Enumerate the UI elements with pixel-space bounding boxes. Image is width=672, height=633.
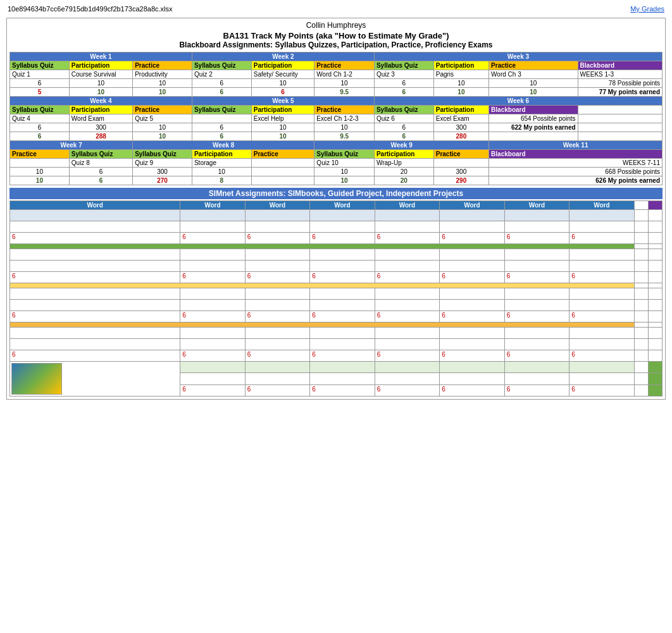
week123-items: Quiz 1 Course Survival Productivity Quiz… (10, 70, 663, 79)
simnet-r7c3 (245, 288, 310, 300)
w9-part-header: Participation (374, 150, 433, 159)
simnet-r7c8 (569, 288, 635, 300)
simnet-r3c8: 6 (569, 233, 635, 244)
w3-bb-possible: 78 Possible points (578, 79, 662, 88)
simnet-r9c3: 6 (245, 311, 310, 323)
simnet-divider2 (10, 283, 663, 288)
my-grades-link[interactable]: My Grades (630, 5, 664, 13)
simnet-r7c10 (648, 288, 662, 300)
w2-sq-score: 6 (192, 88, 251, 97)
w8-part-item: Storage (192, 159, 251, 168)
simnet-div1-c9 (634, 244, 648, 249)
simnet-r9c1: 6 (10, 311, 180, 323)
simnet-rl-c8 (569, 362, 635, 373)
simnet-div3-cell (10, 323, 635, 328)
w6-bb-earned: 622 My points earned (489, 123, 578, 132)
simnet-r8c6 (440, 300, 505, 311)
simnet-col6: Word (440, 201, 505, 210)
w2-prac-score: 9.5 (314, 88, 375, 97)
simnet-r9c10 (648, 311, 662, 323)
simnet-r10c2 (180, 328, 246, 339)
simnet-col3: Word (245, 201, 310, 210)
simnet-div3-c10 (648, 323, 662, 328)
week789-pts: 10 6 300 10 10 20 300 668 Possible point… (10, 168, 663, 176)
simnet-rl-c9 (634, 362, 648, 373)
week789-scores: 10 6 270 8 10 20 290 626 My points earne… (10, 176, 663, 185)
simnet-r5c8 (569, 261, 635, 272)
w2-prac-label: Word Ch 1-2 (314, 70, 375, 79)
week4-header: Week 4 (10, 97, 192, 106)
w4-prac-header: Practice (133, 106, 192, 114)
w3-sq-header: Syllabus Quiz (374, 61, 433, 70)
simnet-r5c3 (245, 261, 310, 272)
simnet-r1c2 (180, 210, 246, 221)
simnet-r6c3: 6 (245, 272, 310, 283)
w3-sq-label: Quiz 3 (374, 70, 433, 79)
simnet-rl3-summary (648, 384, 662, 396)
simnet-r4c3 (245, 249, 310, 261)
w9-part-score: 20 (374, 176, 433, 185)
simnet-rl-c7 (504, 362, 569, 373)
w8-prac-header: Practice (251, 150, 314, 159)
simnet-r7c5 (375, 288, 440, 300)
simnet-r11c6 (440, 339, 505, 350)
simnet-r3c10 (648, 233, 662, 244)
week123-scores: 5 10 10 6 6 9.5 6 10 10 77 My points ear… (10, 88, 663, 97)
simnet-rl2-c5 (375, 373, 440, 384)
week11-header: Week 11 (489, 141, 663, 150)
simnet-r11c5 (375, 339, 440, 350)
w6-empty (578, 106, 662, 114)
simnet-r9c9 (634, 311, 648, 323)
simnet-rl3-c2: 6 (180, 384, 246, 396)
w1-prac-pts: 10 (133, 79, 192, 88)
simnet-row12: 6 6 6 6 6 6 6 6 (10, 350, 663, 362)
simnet-r3c5: 6 (375, 233, 440, 244)
w1-part-header: Participation (69, 61, 132, 70)
simnet-title: SIMnet Assignments: SIMbooks, Guided Pro… (9, 188, 663, 199)
simnet-r3c1: 6 (10, 233, 180, 244)
w3-sq-score: 6 (374, 88, 433, 97)
main-container: Collin Humphreys BA131 Track My Points (… (6, 18, 666, 400)
simnet-row-last (10, 362, 663, 373)
simnet-r5c1 (10, 261, 180, 272)
w7-sq-header: Syllabus Quiz (69, 150, 132, 159)
simnet-r5c6 (440, 261, 505, 272)
simnet-rl2-c3 (245, 373, 310, 384)
w11-bb-header: Blackboard (489, 150, 663, 159)
w4-part-item: Word Exam (69, 114, 132, 123)
simnet-r10c8 (569, 328, 635, 339)
simnet-r4c5 (375, 249, 440, 261)
w3-part-header: Participation (433, 61, 488, 70)
w1-part-score: 10 (69, 88, 132, 97)
w1-sq-header: Syllabus Quiz (10, 61, 70, 70)
w6-sq-score: 6 (374, 132, 433, 141)
simnet-r3c9 (634, 233, 648, 244)
simnet-r12c4: 6 (310, 350, 375, 362)
w9-sq-score: 10 (314, 176, 375, 185)
simnet-r8c9 (634, 300, 648, 311)
simnet-image-cell (10, 362, 180, 396)
page-subtitle: Blackboard Assignments: Syllabus Quizzes… (9, 40, 663, 49)
simnet-r8c5 (375, 300, 440, 311)
simnet-col2: Word (180, 201, 246, 210)
week456-row1: Quiz 4 Word Exam Quiz 5 Excel Help Excel… (10, 114, 663, 123)
w5-sq-score: 6 (192, 132, 251, 141)
simnet-col5: Word (375, 201, 440, 210)
simnet-rl-c4 (310, 362, 375, 373)
w6-part-score: 280 (433, 132, 488, 141)
w6-part-pts: 300 (433, 123, 488, 132)
week2-header: Week 2 (192, 52, 374, 61)
simnet-rl3-c4: 6 (310, 384, 375, 396)
w2-part-header: Participation (251, 61, 314, 70)
w4-prac-pts: 10 (133, 123, 192, 132)
w6-sq-header: Syllabus Quiz (374, 106, 433, 114)
w6-bb-header: Blackboard (489, 106, 578, 114)
w7-sq-item: Quiz 8 (69, 159, 132, 168)
simnet-r7c1 (10, 288, 180, 300)
simnet-row8 (10, 300, 663, 311)
w3-prac-pts: 10 (489, 79, 578, 88)
simnet-r6c1: 6 (10, 272, 180, 283)
simnet-r2c8 (569, 221, 635, 233)
simnet-r9c7: 6 (504, 311, 569, 323)
w8-prac-score (251, 176, 314, 185)
